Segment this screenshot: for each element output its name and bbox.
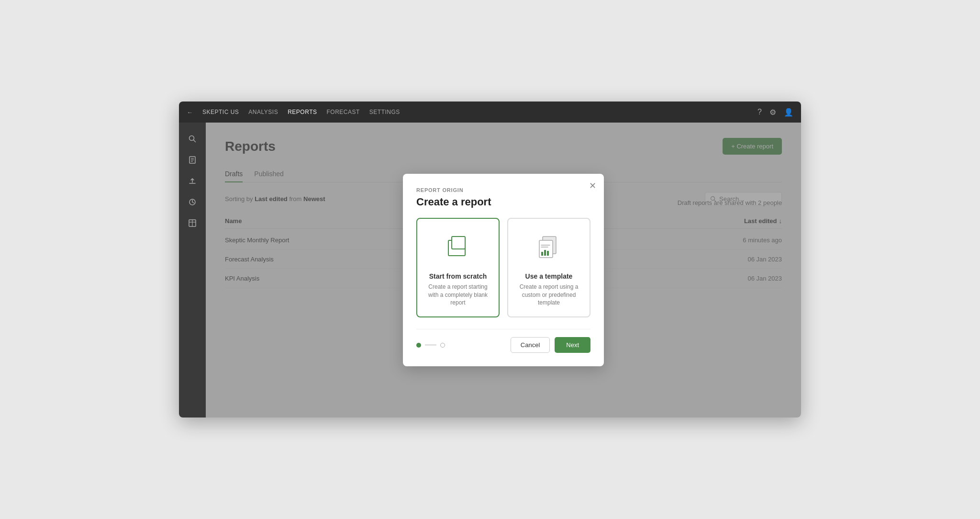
next-button[interactable]: Next [555,337,590,353]
sidebar-document-icon[interactable] [184,151,201,169]
step-line [425,345,436,346]
nav-item-settings[interactable]: SETTINGS [369,107,400,117]
user-icon[interactable]: 👤 [784,108,793,117]
modal-label: REPORT ORIGIN [416,187,590,193]
nav-back-button[interactable]: ← [187,109,193,116]
scratch-option-title: Start from scratch [429,272,487,280]
nav-item-analysis[interactable]: ANALYSIS [248,107,278,117]
help-icon[interactable]: ? [757,108,762,116]
sidebar-history-icon[interactable] [184,193,201,211]
template-option-title: Use a template [525,272,573,280]
template-option-icon [530,228,568,267]
sidebar-table-icon[interactable] [184,214,201,232]
step-indicators [416,343,445,348]
modal-options: Start from scratch Create a report start… [416,218,590,317]
sidebar-upload-icon[interactable] [184,172,201,190]
modal-footer: Cancel Next [416,329,590,353]
scratch-option-icon [439,228,477,267]
nav-item-forecast[interactable]: FORECAST [326,107,359,117]
brand-label: SKEPTIC US [202,109,239,115]
svg-rect-13 [452,237,465,249]
scratch-option-desc: Create a report starting with a complete… [425,283,491,307]
modal-overlay: ✕ REPORT ORIGIN Create a report [206,123,801,417]
svg-rect-18 [547,251,549,256]
modal-actions: Cancel Next [511,337,590,353]
svg-rect-16 [541,252,543,256]
template-option-desc: Create a report using a custom or predef… [516,283,582,307]
modal-close-button[interactable]: ✕ [589,181,596,190]
svg-rect-17 [544,250,546,256]
nav-item-reports[interactable]: REPORTS [288,107,317,117]
step-dot-1 [416,343,421,348]
option-template[interactable]: Use a template Create a report using a c… [507,218,590,317]
left-sidebar [179,123,206,417]
create-report-modal: ✕ REPORT ORIGIN Create a report [403,174,604,366]
top-navigation: ← SKEPTIC US ANALYSIS REPORTS FORECAST S… [179,102,801,123]
cancel-button[interactable]: Cancel [511,337,550,353]
main-content: Reports + Create report Draft reports ar… [206,123,801,417]
option-scratch[interactable]: Start from scratch Create a report start… [416,218,500,317]
step-dot-2 [440,343,445,348]
modal-title: Create a report [416,196,590,208]
sidebar-search-icon[interactable] [184,130,201,147]
svg-line-1 [194,140,196,142]
gear-icon[interactable]: ⚙ [769,108,776,117]
